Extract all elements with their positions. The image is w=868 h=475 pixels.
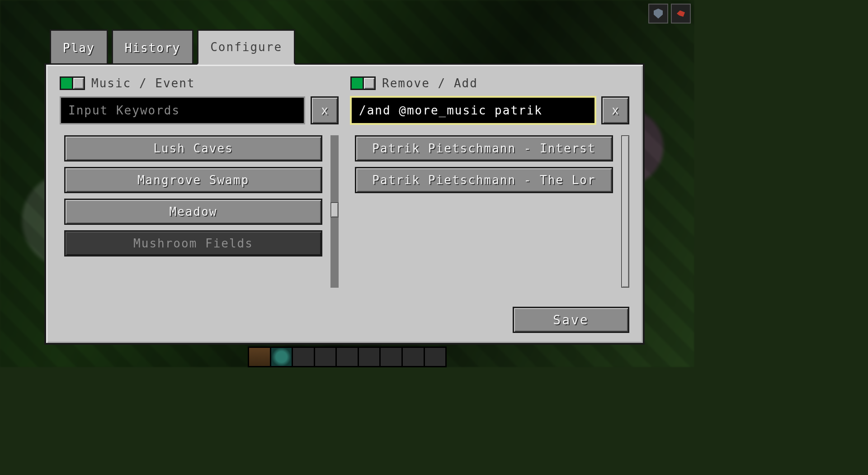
list-item[interactable]: Meadow (64, 199, 322, 225)
list-item[interactable]: Patrik Pietschmann - The Lor (355, 167, 613, 193)
hotbar-slot[interactable] (293, 348, 315, 366)
hotbar-slot[interactable] (271, 348, 293, 366)
mod-icon-tray (648, 4, 691, 24)
save-button[interactable]: Save (513, 307, 629, 333)
remove-add-label: Remove / Add (382, 76, 478, 90)
right-column: Remove / Add x Patrik Pietschmann - Inte… (350, 76, 629, 292)
remove-add-toggle[interactable] (350, 76, 376, 90)
left-scrollbar-thumb[interactable] (330, 202, 339, 218)
left-clear-button[interactable]: x (311, 96, 339, 124)
list-item[interactable]: Patrik Pietschmann - Interst (355, 135, 613, 162)
tab-bar: Play History Configure (44, 28, 645, 63)
hotbar-slot[interactable] (249, 348, 271, 366)
left-scrollbar[interactable] (330, 135, 339, 288)
tab-configure[interactable]: Configure (197, 29, 295, 65)
hotbar (248, 347, 447, 367)
hotbar-slot[interactable] (425, 348, 446, 366)
right-clear-button[interactable]: x (601, 96, 629, 124)
music-event-label: Music / Event (91, 76, 195, 90)
right-search-input[interactable] (350, 96, 596, 124)
mod-icon-shield[interactable] (648, 4, 668, 24)
tab-history[interactable]: History (112, 29, 194, 65)
panel-body: Music / Event x Lush CavesMangrove Swamp… (44, 63, 645, 345)
hotbar-slot[interactable] (315, 348, 337, 366)
right-scrollbar[interactable] (621, 135, 629, 288)
music-event-toggle[interactable] (60, 76, 85, 90)
hotbar-slot[interactable] (359, 348, 381, 366)
hotbar-slot[interactable] (403, 348, 425, 366)
right-scrollbar-thumb[interactable] (621, 135, 629, 288)
list-item: Mushroom Fields (64, 230, 322, 256)
hotbar-slot[interactable] (337, 348, 359, 366)
tab-play[interactable]: Play (50, 29, 108, 65)
config-panel: Play History Configure Music / Event x (44, 28, 645, 345)
left-search-input[interactable] (60, 96, 305, 124)
left-list: Lush CavesMangrove SwampMeadowMushroom F… (60, 131, 330, 292)
left-column: Music / Event x Lush CavesMangrove Swamp… (60, 76, 339, 292)
list-item[interactable]: Mangrove Swamp (64, 167, 322, 193)
hotbar-slot[interactable] (381, 348, 403, 366)
mod-icon-bird[interactable] (671, 4, 691, 24)
right-list: Patrik Pietschmann - InterstPatrik Piets… (350, 131, 621, 292)
list-item[interactable]: Lush Caves (64, 135, 322, 162)
